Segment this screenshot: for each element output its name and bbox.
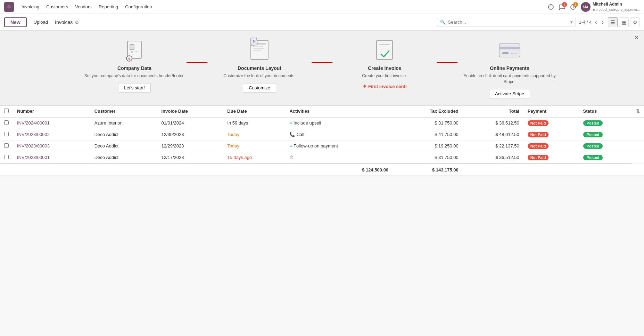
cell-status: Posted [579, 117, 632, 129]
cell-number[interactable]: INV/2023/00002 [13, 129, 90, 140]
cell-number[interactable]: INV/2024/00001 [13, 117, 90, 129]
row-checkbox-cell[interactable] [0, 117, 13, 129]
step3-title: Create Invoice [368, 65, 401, 71]
step1-button[interactable]: Let's start! [118, 83, 151, 93]
col-activities[interactable]: Activities [285, 106, 393, 117]
cell-customer: Azure Interior [90, 117, 157, 129]
cell-invoice-date: 12/29/2023 [157, 140, 223, 152]
top-nav: O Invoicing Customers Vendors Reporting … [0, 0, 644, 14]
col-invoice-date[interactable]: Invoice Date [157, 106, 223, 117]
row-checkbox[interactable] [4, 132, 9, 136]
cell-due-date: 15 days ago [223, 152, 285, 163]
cell-invoice-date: 12/17/2023 [157, 152, 223, 163]
total-amount: $ 143,175.00 [393, 163, 463, 176]
total-empty-8 [579, 163, 632, 176]
cell-activity[interactable]: 📞Call [285, 129, 393, 140]
pagination-next[interactable]: › [601, 19, 605, 25]
total-empty-1 [0, 163, 13, 176]
step4-button[interactable]: Activate Stripe [489, 89, 530, 98]
cell-invoice-date: 12/30/2023 [157, 129, 223, 140]
activity-phone-icon: 📞 [289, 132, 295, 137]
col-number[interactable]: Number [13, 106, 90, 117]
nav-reporting[interactable]: Reporting [98, 3, 119, 11]
new-button[interactable]: New [4, 17, 27, 27]
col-customer[interactable]: Customer [90, 106, 157, 117]
status-badge: Posted [583, 155, 603, 160]
step1-title: Company Data [117, 65, 151, 71]
status-badge: Posted [583, 120, 603, 126]
col-payment[interactable]: Payment [523, 106, 579, 117]
svg-rect-7 [130, 45, 134, 50]
select-all-header[interactable] [0, 106, 13, 117]
app-logo[interactable]: O [4, 2, 14, 12]
banner-close-button[interactable]: × [635, 34, 638, 41]
nav-right: 5 1 MA Mitchell Admin ■ product_category… [547, 2, 640, 12]
nav-menu: Invoicing Customers Vendors Reporting Co… [21, 3, 153, 11]
row-checkbox-cell[interactable] [0, 140, 13, 152]
cell-due-date: Today [223, 129, 285, 140]
page-title: Invoices ⚙ [55, 19, 79, 25]
nav-invoicing[interactable]: Invoicing [21, 3, 40, 11]
col-adjust-icon[interactable]: ⇅ [632, 106, 644, 117]
col-total[interactable]: Total [463, 106, 523, 117]
cell-number[interactable]: INV/2023/00001 [13, 152, 90, 163]
star-icon: ✦ [362, 83, 367, 90]
invoice-link[interactable]: INV/2023/00003 [17, 143, 50, 149]
step2-button[interactable]: Customize [243, 83, 276, 93]
row-checkbox-cell[interactable] [0, 129, 13, 140]
messages-icon[interactable]: 5 [559, 3, 565, 10]
col-tax-excluded[interactable]: Tax Excluded [393, 106, 463, 117]
payments-icon [497, 38, 522, 62]
settings-icon[interactable]: ⚙ [75, 19, 79, 25]
invoices-label: Invoices [55, 19, 73, 25]
activity-badge: 1 [573, 2, 578, 7]
invoice-link[interactable]: INV/2023/00002 [17, 132, 50, 137]
upload-button[interactable]: Upload [30, 18, 52, 26]
cell-number[interactable]: INV/2023/00003 [13, 140, 90, 152]
cell-activity[interactable]: ≡Include upsell [285, 117, 393, 129]
invoice-link[interactable]: INV/2023/00001 [17, 155, 50, 160]
svg-text:O: O [8, 5, 11, 9]
total-empty-7 [523, 163, 579, 176]
row-checkbox[interactable] [4, 143, 9, 148]
activity-icon[interactable]: 1 [570, 3, 577, 10]
user-menu[interactable]: MA Mitchell Admin ■ product_category_app… [581, 2, 640, 12]
activity-clock-icon: ⏱ [289, 155, 294, 160]
banner-line-1 [187, 62, 207, 63]
invoice-link[interactable]: INV/2024/00001 [17, 120, 50, 126]
svg-rect-8 [131, 51, 133, 51]
row-checkbox[interactable] [4, 120, 9, 125]
row-checkbox-cell[interactable] [0, 152, 13, 163]
svg-rect-27 [511, 53, 513, 54]
svg-rect-24 [499, 44, 520, 57]
cell-empty [632, 152, 644, 163]
col-status[interactable]: Status [579, 106, 632, 117]
svg-rect-23 [379, 49, 389, 49]
cell-activity[interactable]: ≡Follow-up on payment [285, 140, 393, 152]
status-badge: Posted [583, 143, 603, 149]
step4-desc: Enable credit & debit card payments supp… [457, 73, 562, 85]
cell-customer: Deco Addict [90, 152, 157, 163]
nav-configuration[interactable]: Configuration [124, 3, 152, 11]
nav-vendors[interactable]: Vendors [74, 3, 92, 11]
settings-view-button[interactable]: ⚙ [630, 17, 640, 27]
step3-status: ✦ First invoice sent! [362, 83, 407, 90]
pagination-prev[interactable]: ‹ [594, 19, 598, 25]
cell-status: Posted [579, 140, 632, 152]
search-dropdown-icon[interactable]: ▾ [568, 19, 573, 25]
col-due-date[interactable]: Due Date [223, 106, 285, 117]
user-name: Mitchell Admin [593, 2, 640, 7]
select-all-checkbox[interactable] [4, 109, 9, 113]
list-view-button[interactable]: ☰ [608, 17, 618, 27]
cell-activity[interactable]: ⏱ [285, 152, 393, 163]
search-icon: 🔍 [440, 19, 446, 25]
bug-icon[interactable] [547, 3, 554, 10]
nav-customers[interactable]: Customers [46, 3, 69, 11]
banner-step-layout: $ Documents Layout Customize the look of… [207, 38, 312, 93]
row-checkbox[interactable] [4, 155, 9, 159]
cell-tax-excluded: $ 31,750.00 [393, 152, 463, 163]
search-input[interactable] [448, 19, 567, 25]
cell-payment: Not Paid [523, 129, 579, 140]
activity-list-icon: ≡ [289, 120, 292, 126]
kanban-view-button[interactable]: ▦ [619, 17, 629, 27]
